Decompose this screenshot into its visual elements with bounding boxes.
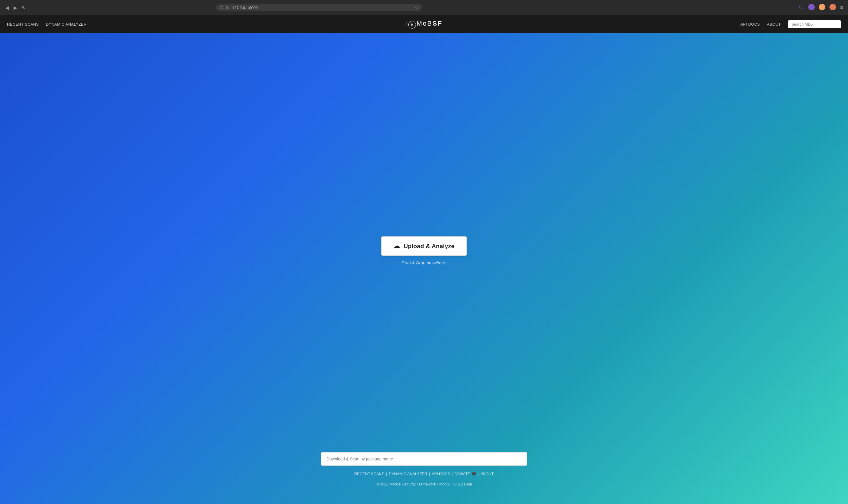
reload-button[interactable]: ↻ — [20, 4, 28, 12]
browser-actions: 🛡 ≡ — [798, 3, 845, 13]
main-content: ☁ Upload & Analyze Drag & Drop anywhere!… — [0, 33, 848, 504]
forward-button[interactable]: ▶ — [12, 4, 19, 12]
firefox-shield-button[interactable]: 🛡 — [798, 3, 805, 12]
search-md5-input[interactable] — [788, 20, 841, 28]
footer-sep-4: | — [478, 472, 479, 476]
logo-sf: SF — [433, 20, 443, 27]
footer-recent-scans-link[interactable]: RECENT SCANS — [354, 472, 384, 476]
logo-i: i — [405, 20, 408, 27]
footer-sep-3: | — [452, 472, 453, 476]
recent-scans-nav-link[interactable]: RECENT SCANS — [7, 22, 39, 26]
extension-button-3[interactable] — [828, 3, 837, 13]
nav-left: RECENT SCANS DYNAMIC ANALYZER — [7, 22, 87, 26]
upload-button-label: Upload & Analyze — [404, 243, 455, 250]
api-docs-nav-link[interactable]: API DOCS — [741, 22, 760, 26]
address-bar-container: 🛡 🗋 ☆ — [216, 4, 422, 11]
footer-links: RECENT SCANS | DYNAMIC ANALYZER | API DO… — [354, 472, 493, 476]
nav-right: API DOCS ABOUT — [741, 20, 841, 28]
back-button[interactable]: ◀ — [3, 4, 11, 12]
bookmark-icon[interactable]: ☆ — [415, 5, 419, 10]
navbar: RECENT SCANS DYNAMIC ANALYZER i⊕MoBSF AP… — [0, 15, 848, 33]
extension-button-1[interactable] — [807, 3, 816, 13]
about-nav-link[interactable]: ABOUT — [767, 22, 781, 26]
extension-button-2[interactable] — [818, 3, 827, 13]
address-input[interactable] — [232, 5, 413, 10]
logo-mob: MoB — [417, 20, 433, 27]
browser-nav-buttons: ◀ ▶ ↻ — [3, 4, 28, 12]
logo-circle-icon: ⊕ — [409, 21, 416, 29]
footer-about-link[interactable]: ABOUT — [481, 472, 494, 476]
security-icon: 🛡 — [220, 5, 223, 10]
logo[interactable]: i⊕MoBSF — [405, 20, 443, 29]
upload-section: ☁ Upload & Analyze Drag & Drop anywhere! — [381, 236, 467, 265]
menu-button[interactable]: ≡ — [839, 3, 845, 12]
footer-dynamic-analyzer-link[interactable]: DYNAMIC ANALYZER — [389, 472, 427, 476]
footer-donate-link[interactable]: DONATE 🖤 — [455, 472, 476, 476]
footer-sep-2: | — [429, 472, 430, 476]
page-icon: 🗋 — [226, 5, 230, 10]
package-name-input[interactable] — [321, 452, 527, 466]
heart-icon: 🖤 — [471, 472, 476, 476]
bottom-section: RECENT SCANS | DYNAMIC ANALYZER | API DO… — [321, 452, 527, 486]
dynamic-analyzer-nav-link[interactable]: DYNAMIC ANALYZER — [46, 22, 87, 26]
upload-analyze-button[interactable]: ☁ Upload & Analyze — [381, 236, 467, 256]
browser-chrome: ◀ ▶ ↻ 🛡 🗋 ☆ 🛡 ≡ — [0, 0, 848, 15]
footer-sep-1: | — [386, 472, 387, 476]
drag-drop-hint: Drag & Drop anywhere! — [402, 260, 447, 265]
logo-container: i⊕MoBSF — [405, 20, 443, 29]
upload-cloud-icon: ☁ — [393, 242, 400, 250]
footer-api-docs-link[interactable]: API DOCS — [432, 472, 450, 476]
copyright: © 2022 Mobile Security Framework - MobSF… — [376, 482, 472, 486]
